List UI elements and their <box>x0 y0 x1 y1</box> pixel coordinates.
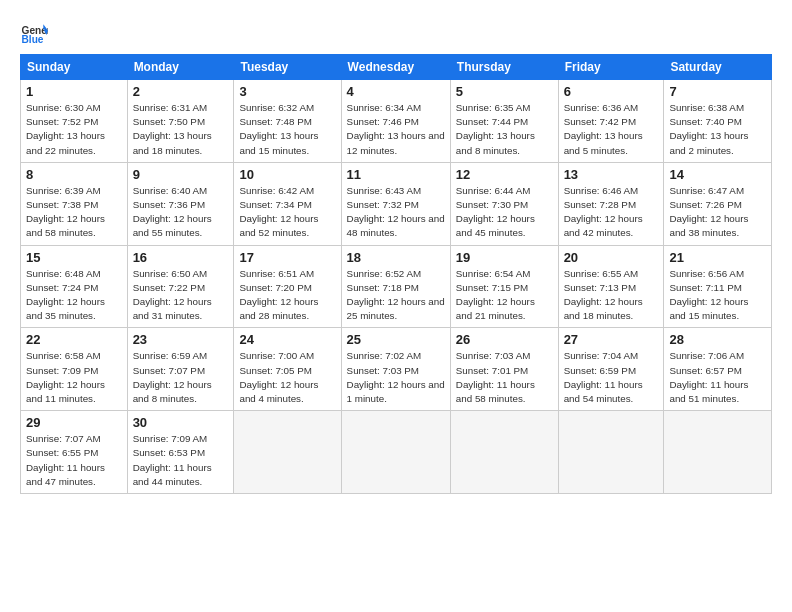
day-info: Sunrise: 6:51 AMSunset: 7:20 PMDaylight:… <box>239 267 335 324</box>
day-cell-24: 24 Sunrise: 7:00 AMSunset: 7:05 PMDaylig… <box>234 328 341 411</box>
day-cell-6: 6 Sunrise: 6:36 AMSunset: 7:42 PMDayligh… <box>558 80 664 163</box>
day-info: Sunrise: 6:43 AMSunset: 7:32 PMDaylight:… <box>347 184 445 241</box>
day-info: Sunrise: 6:36 AMSunset: 7:42 PMDaylight:… <box>564 101 659 158</box>
calendar-table: Sunday Monday Tuesday Wednesday Thursday… <box>20 54 772 494</box>
day-number: 26 <box>456 332 553 347</box>
week-row-3: 15 Sunrise: 6:48 AMSunset: 7:24 PMDaylig… <box>21 245 772 328</box>
day-number: 25 <box>347 332 445 347</box>
day-cell-30: 30 Sunrise: 7:09 AMSunset: 6:53 PMDaylig… <box>127 411 234 494</box>
day-cell-25: 25 Sunrise: 7:02 AMSunset: 7:03 PMDaylig… <box>341 328 450 411</box>
empty-cell <box>341 411 450 494</box>
day-info: Sunrise: 6:54 AMSunset: 7:15 PMDaylight:… <box>456 267 553 324</box>
day-cell-9: 9 Sunrise: 6:40 AMSunset: 7:36 PMDayligh… <box>127 162 234 245</box>
header: General Blue <box>20 18 772 46</box>
day-number: 14 <box>669 167 766 182</box>
day-number: 9 <box>133 167 229 182</box>
header-thursday: Thursday <box>450 55 558 80</box>
day-info: Sunrise: 7:03 AMSunset: 7:01 PMDaylight:… <box>456 349 553 406</box>
day-info: Sunrise: 6:56 AMSunset: 7:11 PMDaylight:… <box>669 267 766 324</box>
day-number: 27 <box>564 332 659 347</box>
header-sunday: Sunday <box>21 55 128 80</box>
week-row-4: 22 Sunrise: 6:58 AMSunset: 7:09 PMDaylig… <box>21 328 772 411</box>
day-info: Sunrise: 6:44 AMSunset: 7:30 PMDaylight:… <box>456 184 553 241</box>
day-info: Sunrise: 6:34 AMSunset: 7:46 PMDaylight:… <box>347 101 445 158</box>
logo: General Blue <box>20 18 52 46</box>
day-number: 11 <box>347 167 445 182</box>
day-info: Sunrise: 7:09 AMSunset: 6:53 PMDaylight:… <box>133 432 229 489</box>
day-info: Sunrise: 6:39 AMSunset: 7:38 PMDaylight:… <box>26 184 122 241</box>
day-info: Sunrise: 6:31 AMSunset: 7:50 PMDaylight:… <box>133 101 229 158</box>
day-info: Sunrise: 7:02 AMSunset: 7:03 PMDaylight:… <box>347 349 445 406</box>
day-cell-21: 21 Sunrise: 6:56 AMSunset: 7:11 PMDaylig… <box>664 245 772 328</box>
day-cell-23: 23 Sunrise: 6:59 AMSunset: 7:07 PMDaylig… <box>127 328 234 411</box>
day-cell-18: 18 Sunrise: 6:52 AMSunset: 7:18 PMDaylig… <box>341 245 450 328</box>
week-row-2: 8 Sunrise: 6:39 AMSunset: 7:38 PMDayligh… <box>21 162 772 245</box>
day-number: 18 <box>347 250 445 265</box>
day-number: 4 <box>347 84 445 99</box>
day-cell-16: 16 Sunrise: 6:50 AMSunset: 7:22 PMDaylig… <box>127 245 234 328</box>
day-number: 30 <box>133 415 229 430</box>
header-friday: Friday <box>558 55 664 80</box>
day-cell-22: 22 Sunrise: 6:58 AMSunset: 7:09 PMDaylig… <box>21 328 128 411</box>
day-info: Sunrise: 6:40 AMSunset: 7:36 PMDaylight:… <box>133 184 229 241</box>
day-info: Sunrise: 6:32 AMSunset: 7:48 PMDaylight:… <box>239 101 335 158</box>
day-cell-11: 11 Sunrise: 6:43 AMSunset: 7:32 PMDaylig… <box>341 162 450 245</box>
day-cell-12: 12 Sunrise: 6:44 AMSunset: 7:30 PMDaylig… <box>450 162 558 245</box>
week-row-1: 1 Sunrise: 6:30 AMSunset: 7:52 PMDayligh… <box>21 80 772 163</box>
day-number: 29 <box>26 415 122 430</box>
day-cell-14: 14 Sunrise: 6:47 AMSunset: 7:26 PMDaylig… <box>664 162 772 245</box>
day-info: Sunrise: 7:00 AMSunset: 7:05 PMDaylight:… <box>239 349 335 406</box>
day-info: Sunrise: 6:47 AMSunset: 7:26 PMDaylight:… <box>669 184 766 241</box>
day-number: 19 <box>456 250 553 265</box>
day-cell-4: 4 Sunrise: 6:34 AMSunset: 7:46 PMDayligh… <box>341 80 450 163</box>
header-monday: Monday <box>127 55 234 80</box>
day-number: 7 <box>669 84 766 99</box>
header-wednesday: Wednesday <box>341 55 450 80</box>
day-info: Sunrise: 6:48 AMSunset: 7:24 PMDaylight:… <box>26 267 122 324</box>
empty-cell <box>664 411 772 494</box>
header-saturday: Saturday <box>664 55 772 80</box>
day-info: Sunrise: 6:35 AMSunset: 7:44 PMDaylight:… <box>456 101 553 158</box>
week-row-5: 29 Sunrise: 7:07 AMSunset: 6:55 PMDaylig… <box>21 411 772 494</box>
day-number: 15 <box>26 250 122 265</box>
svg-text:Blue: Blue <box>22 34 44 45</box>
day-number: 17 <box>239 250 335 265</box>
day-cell-19: 19 Sunrise: 6:54 AMSunset: 7:15 PMDaylig… <box>450 245 558 328</box>
day-cell-27: 27 Sunrise: 7:04 AMSunset: 6:59 PMDaylig… <box>558 328 664 411</box>
day-number: 10 <box>239 167 335 182</box>
empty-cell <box>558 411 664 494</box>
page: General Blue Sunday Monday Tuesday Wedne… <box>0 0 792 504</box>
day-number: 22 <box>26 332 122 347</box>
weekday-header-row: Sunday Monday Tuesday Wednesday Thursday… <box>21 55 772 80</box>
day-info: Sunrise: 6:46 AMSunset: 7:28 PMDaylight:… <box>564 184 659 241</box>
day-cell-5: 5 Sunrise: 6:35 AMSunset: 7:44 PMDayligh… <box>450 80 558 163</box>
day-cell-3: 3 Sunrise: 6:32 AMSunset: 7:48 PMDayligh… <box>234 80 341 163</box>
day-number: 12 <box>456 167 553 182</box>
day-info: Sunrise: 6:59 AMSunset: 7:07 PMDaylight:… <box>133 349 229 406</box>
day-number: 3 <box>239 84 335 99</box>
day-cell-13: 13 Sunrise: 6:46 AMSunset: 7:28 PMDaylig… <box>558 162 664 245</box>
day-info: Sunrise: 6:30 AMSunset: 7:52 PMDaylight:… <box>26 101 122 158</box>
day-number: 13 <box>564 167 659 182</box>
day-cell-2: 2 Sunrise: 6:31 AMSunset: 7:50 PMDayligh… <box>127 80 234 163</box>
day-cell-20: 20 Sunrise: 6:55 AMSunset: 7:13 PMDaylig… <box>558 245 664 328</box>
day-cell-7: 7 Sunrise: 6:38 AMSunset: 7:40 PMDayligh… <box>664 80 772 163</box>
day-info: Sunrise: 6:42 AMSunset: 7:34 PMDaylight:… <box>239 184 335 241</box>
day-info: Sunrise: 7:06 AMSunset: 6:57 PMDaylight:… <box>669 349 766 406</box>
day-info: Sunrise: 7:07 AMSunset: 6:55 PMDaylight:… <box>26 432 122 489</box>
day-number: 16 <box>133 250 229 265</box>
day-number: 23 <box>133 332 229 347</box>
day-number: 2 <box>133 84 229 99</box>
day-info: Sunrise: 6:38 AMSunset: 7:40 PMDaylight:… <box>669 101 766 158</box>
day-cell-29: 29 Sunrise: 7:07 AMSunset: 6:55 PMDaylig… <box>21 411 128 494</box>
day-number: 21 <box>669 250 766 265</box>
day-info: Sunrise: 6:55 AMSunset: 7:13 PMDaylight:… <box>564 267 659 324</box>
day-info: Sunrise: 6:58 AMSunset: 7:09 PMDaylight:… <box>26 349 122 406</box>
day-cell-17: 17 Sunrise: 6:51 AMSunset: 7:20 PMDaylig… <box>234 245 341 328</box>
day-number: 5 <box>456 84 553 99</box>
header-tuesday: Tuesday <box>234 55 341 80</box>
day-number: 8 <box>26 167 122 182</box>
empty-cell <box>234 411 341 494</box>
day-number: 1 <box>26 84 122 99</box>
day-info: Sunrise: 6:52 AMSunset: 7:18 PMDaylight:… <box>347 267 445 324</box>
